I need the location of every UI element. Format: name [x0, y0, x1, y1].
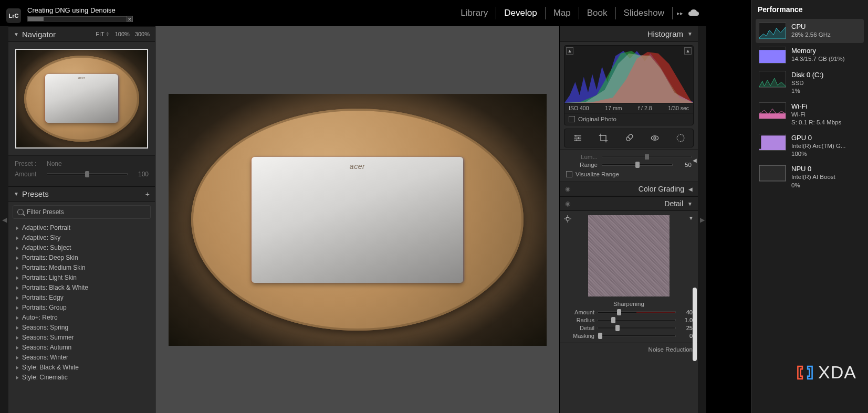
healing-tool-icon[interactable]: [624, 133, 634, 143]
module-map[interactable]: Map: [546, 5, 579, 22]
canvas-area[interactable]: [155, 26, 559, 413]
sharp-radius-label: Radius: [565, 317, 594, 323]
perf-item-gpu[interactable]: GPU 0Intel(R) Arc(TM) G...100%: [756, 130, 864, 162]
preset-folder[interactable]: ▶Seasons: Autumn: [8, 343, 155, 353]
left-panel: ▼ Navigator FIT 100% 300%: [8, 26, 155, 413]
perf-item-npu[interactable]: NPU 0Intel(R) AI Boost0%: [756, 161, 864, 193]
perf-item-sub1: Wi-Fi: [791, 111, 841, 118]
chevron-right-icon: ▶: [16, 256, 18, 260]
edit-tool-icon[interactable]: [572, 133, 583, 143]
visualize-range-toggle[interactable]: Visualize Range: [566, 171, 692, 177]
preset-folder[interactable]: ▶Portraits: Group: [8, 303, 155, 313]
left-edge-expander[interactable]: ◀: [0, 26, 8, 413]
module-slideshow[interactable]: Slideshow: [616, 5, 673, 22]
preset-folder[interactable]: ▶Portraits: Medium Skin: [8, 263, 155, 273]
perf-item-cpu[interactable]: CPU26% 2.56 GHz: [756, 19, 864, 43]
preset-folder[interactable]: ▶Adaptive: Portrait: [8, 223, 155, 233]
titlebar: LrC Creating DNG using Denoise ✕ Library…: [0, 0, 706, 26]
preset-value: None: [47, 160, 62, 167]
navigator-header[interactable]: ▼ Navigator FIT 100% 300%: [8, 26, 155, 42]
preset-folder[interactable]: ▶Style: Cinematic: [8, 373, 155, 383]
detail-picker-icon[interactable]: [564, 215, 571, 223]
detail-body: ▼ Sharpening Amount 40 Radius 1.0 Detail: [560, 211, 698, 343]
range-slider[interactable]: [602, 164, 673, 166]
right-panel: Histogram ▼ ▲ ▲ ISO 400 17 mm: [559, 26, 698, 413]
preset-folder[interactable]: ▶Portraits: Edgy: [8, 293, 155, 303]
preset-folder[interactable]: ▶Portraits: Deep Skin: [8, 253, 155, 263]
task-cancel-button[interactable]: ✕: [127, 16, 133, 22]
right-edge-expander[interactable]: ▶: [698, 26, 706, 413]
preset-folder[interactable]: ▶Seasons: Winter: [8, 353, 155, 363]
perf-item-sub2: 0%: [791, 182, 835, 189]
eye-icon[interactable]: ◉: [565, 185, 570, 193]
eye-icon[interactable]: ◉: [565, 200, 570, 207]
histogram-header[interactable]: Histogram ▼: [560, 26, 698, 42]
lightroom-window: LrC Creating DNG using Denoise ✕ Library…: [0, 0, 706, 413]
sharp-radius-slider[interactable]: [598, 319, 676, 321]
module-book[interactable]: Book: [579, 5, 615, 22]
xda-watermark: XDA: [796, 362, 856, 383]
sharp-detail-slider[interactable]: [598, 327, 676, 329]
perf-item-disk[interactable]: Disk 0 (C:)SSD1%: [756, 67, 864, 99]
xda-logo-icon: [796, 364, 814, 382]
navigator-zoom-controls: FIT 100% 300%: [96, 31, 150, 37]
preset-folder-label: Portraits: Group: [22, 304, 67, 311]
perf-item-name: Memory: [791, 47, 845, 55]
preset-folder[interactable]: ▶Seasons: Summer: [8, 333, 155, 343]
preset-folder[interactable]: ▶Portraits: Light Skin: [8, 273, 155, 283]
sharp-detail-label: Detail: [565, 325, 594, 331]
detail-preview[interactable]: [588, 215, 670, 296]
original-photo-toggle[interactable]: Original Photo: [564, 113, 693, 125]
right-scrollbar-thumb[interactable]: [693, 288, 697, 361]
zoom-100[interactable]: 100%: [115, 31, 130, 37]
chevron-right-icon: ▶: [16, 355, 18, 360]
perf-item-memory[interactable]: Memory14.3/15.7 GB (91%): [756, 43, 864, 67]
masking-tool-icon[interactable]: [675, 133, 686, 143]
preset-folder[interactable]: ▶Portraits: Black & White: [8, 283, 155, 293]
chevron-left-icon: ◀: [688, 186, 693, 192]
preset-folder[interactable]: ▶Seasons: Spring: [8, 323, 155, 333]
detail-header[interactable]: ◉ Detail ▼: [560, 196, 698, 211]
preset-folder[interactable]: ▶Auto+: Retro: [8, 313, 155, 323]
truncated-slider[interactable]: [602, 156, 692, 158]
perf-item-name: Wi-Fi: [791, 102, 841, 110]
chevron-right-icon: ▶: [16, 345, 18, 350]
chevron-right-icon: ▶: [16, 285, 18, 290]
module-overflow-button[interactable]: ▸▸: [673, 10, 682, 17]
perf-item-name: Disk 0 (C:): [791, 71, 823, 79]
preset-folder[interactable]: ▶Adaptive: Subject: [8, 243, 155, 253]
module-develop[interactable]: Develop: [496, 5, 545, 22]
sharp-amount-slider[interactable]: [598, 311, 676, 313]
presets-header[interactable]: ▼ Presets +: [8, 186, 155, 202]
redeye-tool-icon[interactable]: [650, 133, 660, 143]
perf-item-wifi[interactable]: Wi-FiWi-FiS: 0.1 R: 5.4 Mbps: [756, 99, 864, 130]
preset-folder-label: Adaptive: Portrait: [22, 224, 70, 231]
perf-item-name: GPU 0: [791, 134, 846, 142]
zoom-fit[interactable]: FIT: [96, 31, 110, 37]
preset-folder-label: Auto+: Retro: [22, 314, 58, 321]
cloud-sync-icon[interactable]: [687, 9, 700, 17]
task-title: Creating DNG using Denoise: [27, 6, 132, 14]
range-value: 50: [677, 162, 692, 168]
module-library[interactable]: Library: [453, 5, 496, 22]
sharp-masking-slider[interactable]: [598, 335, 676, 337]
preset-folder-label: Adaptive: Subject: [22, 244, 71, 251]
color-grading-header[interactable]: ◉ Color Grading ◀: [560, 182, 698, 196]
perf-item-sub1: Intel(R) Arc(TM) G...: [791, 142, 846, 150]
perf-item-sub2: 100%: [791, 150, 846, 157]
amount-slider[interactable]: [47, 173, 128, 175]
zoom-300[interactable]: 300%: [135, 31, 150, 37]
presets-add-button[interactable]: +: [145, 190, 150, 198]
expand-icon[interactable]: ◀: [693, 157, 697, 163]
crop-tool-icon[interactable]: [598, 133, 609, 143]
preset-folder[interactable]: ▶Adaptive: Sky: [8, 233, 155, 243]
task-progressbar: ✕: [27, 16, 132, 22]
task-manager-panel: Performance CPU26% 2.56 GHzMemory14.3/15…: [751, 0, 868, 413]
histogram-canvas[interactable]: ▲ ▲: [564, 46, 693, 103]
preset-folder[interactable]: ▶Style: Black & White: [8, 363, 155, 373]
navigator-preview[interactable]: [15, 49, 148, 149]
truncated-slider-label: Lum...: [566, 154, 598, 160]
perf-item-sub1: 14.3/15.7 GB (91%): [791, 55, 845, 62]
right-scrollbar[interactable]: [693, 177, 697, 413]
presets-filter-input[interactable]: Filter Presets: [13, 205, 151, 219]
